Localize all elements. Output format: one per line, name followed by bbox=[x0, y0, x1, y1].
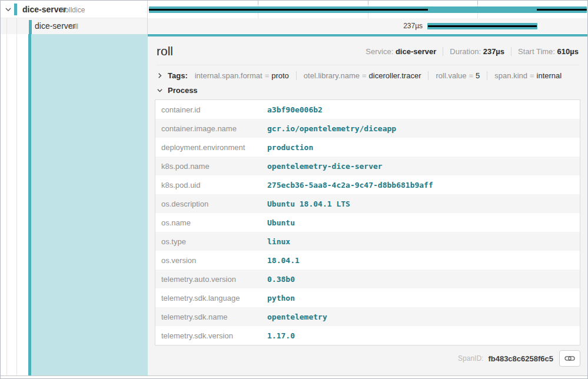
table-row: deployment.environmentproduction bbox=[155, 138, 580, 157]
chevron-down-icon[interactable] bbox=[157, 87, 163, 94]
table-row: os.version18.04.1 bbox=[155, 251, 580, 270]
table-row: telemetry.sdk.nameopentelemetry bbox=[155, 307, 580, 326]
span-bar-roll[interactable] bbox=[427, 23, 537, 29]
tree-gutter bbox=[1, 34, 28, 376]
span-bar-rolldice[interactable] bbox=[149, 6, 587, 13]
critical-path-segment bbox=[149, 9, 428, 11]
span-operation-name[interactable]: roll bbox=[69, 22, 78, 31]
span-row-roll-selected[interactable]: dice-server roll bbox=[1, 18, 147, 34]
table-row: container.image.namegcr.io/opentelemetry… bbox=[155, 119, 580, 138]
span-detail-header: roll Service: dice-serverDuration: 237µs… bbox=[155, 36, 580, 65]
service-color-bar bbox=[29, 20, 32, 34]
span-id-label: SpanID: bbox=[458, 354, 483, 363]
process-attributes-table: container.ida3bf90e006b2 container.image… bbox=[155, 99, 580, 345]
deep-link-button[interactable] bbox=[559, 350, 580, 367]
critical-path-segment bbox=[537, 9, 587, 11]
tags-section-toggle[interactable]: Tags: internal.span.format=proto otel.li… bbox=[155, 65, 580, 84]
span-row-rolldice[interactable]: dice-server /rolldice bbox=[1, 1, 147, 18]
table-row: os.descriptionUbuntu 18.04.1 LTS bbox=[155, 194, 580, 213]
span-duration-label: 237µs bbox=[403, 22, 423, 30]
table-row: os.nameUbuntu bbox=[155, 213, 580, 232]
timeline-row-rolldice bbox=[148, 1, 587, 18]
indent-guide bbox=[16, 18, 17, 34]
table-row: telemetry.auto.version0.38b0 bbox=[155, 270, 580, 288]
indent-guide bbox=[6, 34, 7, 376]
span-service-name[interactable]: dice-server bbox=[22, 5, 67, 14]
jaeger-trace-detail-view: dice-server /rolldice dice-server roll bbox=[0, 0, 588, 379]
chevron-right-icon[interactable] bbox=[157, 72, 163, 79]
table-row: container.ida3bf90e006b2 bbox=[155, 100, 580, 119]
span-detail-row: roll Service: dice-serverDuration: 237µs… bbox=[1, 34, 587, 376]
span-detail-footer: SpanID: fb483c8c6258f6c5 bbox=[155, 345, 580, 367]
table-row: telemetry.sdk.languagepython bbox=[155, 288, 580, 307]
tag-item: internal.span.format=proto bbox=[195, 71, 289, 80]
chevron-down-icon[interactable] bbox=[4, 5, 12, 14]
process-section-toggle[interactable]: Process bbox=[155, 84, 580, 99]
overview-start-time: Start Time: 610µs bbox=[511, 47, 579, 56]
link-icon bbox=[564, 354, 575, 363]
critical-path-segment bbox=[428, 25, 537, 27]
table-row: k8s.pod.nameopentelemetry-dice-server bbox=[155, 157, 580, 175]
indent-guide bbox=[6, 18, 7, 34]
overview-duration: Duration: 237µs bbox=[443, 47, 504, 56]
table-row: telemetry.sdk.version1.17.0 bbox=[155, 326, 580, 345]
span-detail-panel: roll Service: dice-serverDuration: 237µs… bbox=[148, 34, 587, 376]
table-row: os.typelinux bbox=[155, 232, 580, 251]
span-id-value: fb483c8c6258f6c5 bbox=[488, 354, 553, 363]
overview-service: Service: dice-server bbox=[366, 47, 436, 56]
tag-item: otel.library.name=diceroller.tracer bbox=[296, 71, 421, 80]
span-rows-header: dice-server /rolldice dice-server roll bbox=[1, 1, 587, 34]
span-operation-name[interactable]: /rolldice bbox=[61, 6, 85, 14]
process-label: Process bbox=[168, 86, 198, 95]
span-timeline-column: 237µs bbox=[148, 1, 587, 34]
timeline-row-roll: 237µs bbox=[148, 18, 587, 34]
bottom-border bbox=[1, 375, 587, 378]
tags-label: Tags: bbox=[168, 71, 188, 80]
tag-item: span.kind=internal bbox=[487, 71, 562, 80]
service-color-bar bbox=[14, 4, 17, 15]
span-title: roll bbox=[157, 44, 173, 58]
tag-item: roll.value=5 bbox=[428, 71, 480, 80]
indent-guide bbox=[16, 34, 17, 376]
span-overview: Service: dice-serverDuration: 237µsStart… bbox=[366, 47, 579, 56]
selected-span-color-block[interactable] bbox=[31, 34, 148, 376]
span-name-column: dice-server /rolldice dice-server roll bbox=[1, 1, 148, 34]
table-row: k8s.pod.uid275ecb36-5aa8-4c2a-9c47-d8bb6… bbox=[155, 175, 580, 194]
